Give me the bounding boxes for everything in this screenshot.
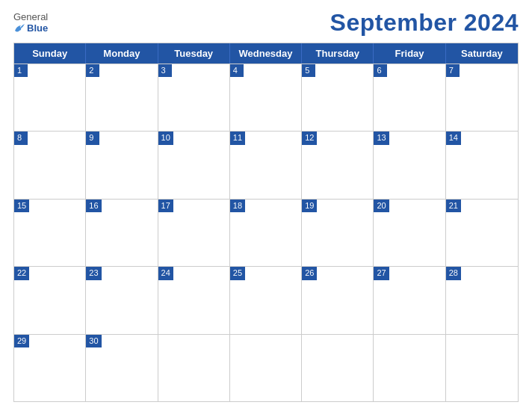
day-cell-7: 7 [446,64,518,131]
day-cell-20: 20 [374,200,445,266]
day-number: 26 [302,267,317,279]
day-cell-10: 10 [158,132,230,198]
day-number: 12 [302,132,317,144]
day-number: 14 [446,132,461,144]
day-cell-30: 30 [86,335,158,401]
day-cell-empty [374,335,445,401]
day-number: 27 [374,267,389,279]
header-wednesday: Wednesday [230,43,302,64]
day-number: 15 [14,200,29,212]
day-number: 21 [446,200,461,212]
day-cell-6: 6 [374,64,445,131]
day-cell-9: 9 [86,132,158,198]
day-number: 20 [374,200,389,212]
day-cell-16: 16 [86,200,158,266]
month-title: September 2024 [330,9,519,37]
week-row-1: 1234567 [14,64,518,131]
day-number: 24 [158,267,173,279]
day-number: 18 [230,200,245,212]
header-tuesday: Tuesday [158,43,230,64]
day-number: 5 [302,64,315,77]
header-sunday: Sunday [14,43,86,64]
day-cell-empty [158,335,230,401]
day-cell-14: 14 [446,132,518,198]
logo-general: General [13,12,48,22]
day-number: 25 [230,267,245,279]
logo-bird-icon [13,23,25,34]
day-cell-empty [230,335,302,401]
day-cell-3: 3 [158,64,230,131]
day-number: 1 [14,64,28,77]
day-number: 30 [86,335,101,347]
calendar-body: 1234567891011121314151617181920212223242… [14,64,518,401]
header-saturday: Saturday [446,43,518,64]
header-thursday: Thursday [302,43,374,64]
day-cell-29: 29 [14,335,86,401]
day-number: 6 [374,64,387,77]
day-cell-27: 27 [374,267,445,333]
day-number: 3 [158,64,172,77]
day-cell-empty [446,335,518,401]
week-row-3: 15161718192021 [14,199,518,266]
day-number: 16 [86,200,101,212]
day-cell-26: 26 [302,267,374,333]
calendar-page: General Blue September 2024 Sunday Monda… [0,0,532,411]
calendar: Sunday Monday Tuesday Wednesday Thursday… [13,43,519,402]
day-number: 23 [86,267,101,279]
day-cell-21: 21 [446,200,518,266]
day-number: 19 [302,200,317,212]
day-number: 10 [158,132,173,144]
header: General Blue September 2024 [13,9,519,37]
day-cell-empty [302,335,374,401]
day-cell-5: 5 [302,64,374,131]
logo: General Blue [13,12,48,34]
day-number: 17 [158,200,173,212]
day-cell-4: 4 [230,64,302,131]
day-cell-1: 1 [14,64,86,131]
day-number: 9 [86,132,99,144]
week-row-4: 22232425262728 [14,266,518,333]
day-cell-18: 18 [230,200,302,266]
day-cell-12: 12 [302,132,374,198]
week-row-5: 2930 [14,334,518,401]
day-number: 22 [14,267,29,279]
day-number: 11 [230,132,245,144]
day-number: 7 [446,64,460,77]
day-number: 29 [14,335,29,347]
day-cell-2: 2 [86,64,158,131]
day-number: 4 [230,64,244,77]
day-cell-28: 28 [446,267,518,333]
day-cell-17: 17 [158,200,230,266]
day-cell-13: 13 [374,132,445,198]
day-cell-25: 25 [230,267,302,333]
header-friday: Friday [374,43,445,64]
week-row-2: 891011121314 [14,131,518,198]
day-headers: Sunday Monday Tuesday Wednesday Thursday… [14,43,518,64]
day-number: 13 [374,132,389,144]
day-cell-15: 15 [14,200,86,266]
day-cell-11: 11 [230,132,302,198]
day-cell-19: 19 [302,200,374,266]
day-number: 8 [14,132,28,144]
day-cell-23: 23 [86,267,158,333]
day-cell-22: 22 [14,267,86,333]
header-monday: Monday [86,43,158,64]
day-number: 28 [446,267,461,279]
logo-blue: Blue [13,23,48,34]
day-number: 2 [86,64,99,77]
day-cell-8: 8 [14,132,86,198]
day-cell-24: 24 [158,267,230,333]
